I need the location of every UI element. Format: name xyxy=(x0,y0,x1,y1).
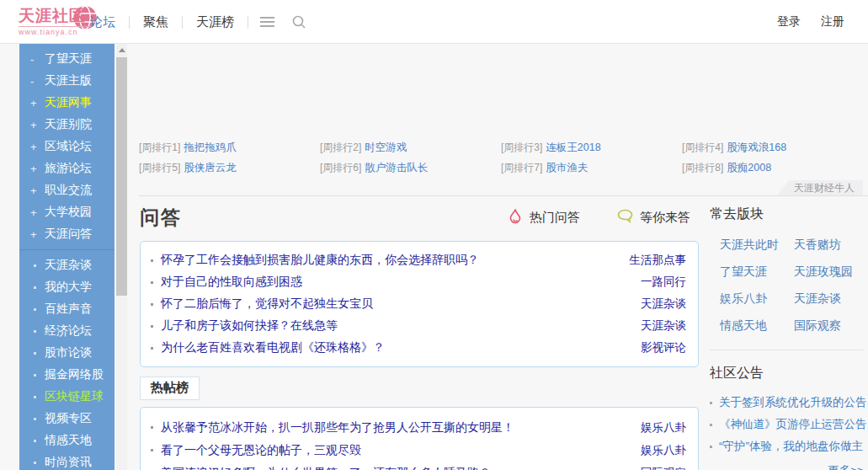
board-link[interactable]: 天涯共此时 xyxy=(720,238,794,253)
sidebar-item[interactable]: 百姓声音 xyxy=(19,298,114,320)
logo-title: 天涯社区 xyxy=(19,7,91,25)
scroll-up-button[interactable] xyxy=(116,44,127,56)
board-link[interactable]: 娱乐八卦 xyxy=(720,291,794,307)
ranking-entry: [周排行3]连板王2018 xyxy=(501,137,682,158)
sidebar-item[interactable]: +天涯别院 xyxy=(19,114,114,136)
ranking-link[interactable]: 股海戏浪168 xyxy=(727,142,786,153)
sidebar-item-highlighted[interactable]: 区块链星球 xyxy=(19,386,114,408)
announcement-link[interactable]: 关于签到系统优化升级的公告 xyxy=(719,395,867,410)
logo-subtitle: www.tianya.cn xyxy=(19,26,91,36)
menu-icon[interactable] xyxy=(260,13,274,30)
frequent-boards-title: 常去版块 xyxy=(710,206,864,223)
sidebar-item[interactable]: 我的大学 xyxy=(19,276,114,298)
board-link[interactable]: 天香赌坊 xyxy=(794,238,864,253)
sidebar-scrollbar[interactable] xyxy=(116,44,127,470)
board-tag[interactable]: 娱乐八卦 xyxy=(641,420,686,435)
announcement-row: “守护”体验，我的地盘你做主 xyxy=(710,435,864,457)
question-row: 儿子和房子该如何抉择？在线急等天涯杂谈 xyxy=(151,315,686,337)
ranking-entry: [周排行7]股市渔夫 xyxy=(501,158,682,178)
sidebar-item[interactable]: +职业交流 xyxy=(19,179,114,201)
sidebar-item[interactable]: 时尚资讯 xyxy=(19,451,114,470)
nav-item-focus[interactable]: 聚焦 xyxy=(141,11,170,34)
question-link[interactable]: 儿子和房子该如何抉择？在线急等 xyxy=(161,318,631,334)
question-row: 对于自己的性取向感到困惑一路同行 xyxy=(151,271,686,293)
site-logo[interactable]: 天涯社区 www.tianya.cn xyxy=(19,7,91,36)
ranking-entry: [周排行6]散户游击队长 xyxy=(320,158,501,178)
question-row: 怀孕了工作会接触到损害胎儿健康的东西，你会选择辞职吗？生活那点事 xyxy=(151,249,686,271)
board-tag[interactable]: 国际观察 xyxy=(641,466,686,470)
sidebar-item[interactable]: +旅游论坛 xyxy=(19,158,114,179)
post-link[interactable]: 从张馨予范冰冰开始，扒一扒那些年为了抢男人公开互撕的女明星！ xyxy=(161,420,631,435)
question-link[interactable]: 怀了二胎后悔了，觉得对不起独生女宝贝 xyxy=(161,296,631,312)
ranking-link[interactable]: 股侠唐云龙 xyxy=(184,162,237,174)
announcement-row: 关于签到系统优化升级的公告 xyxy=(710,392,864,414)
sidebar-item[interactable]: +天涯问答 xyxy=(19,223,114,245)
board-tag[interactable]: 一路同行 xyxy=(641,275,686,290)
bullet-icon xyxy=(34,418,36,420)
nav-item-forum[interactable]: 论坛 xyxy=(88,11,117,34)
scrollbar-thumb[interactable] xyxy=(116,57,127,296)
board-tag[interactable]: 天涯杂谈 xyxy=(641,296,686,312)
login-link[interactable]: 登录 xyxy=(777,14,801,29)
sidebar-item[interactable]: +区域论坛 xyxy=(19,136,114,158)
sidebar-item[interactable]: -了望天涯 xyxy=(19,48,114,70)
hot-posts-tab[interactable]: 热帖榜 xyxy=(140,377,200,400)
ranking-link[interactable]: 散户游击队长 xyxy=(365,162,428,174)
sidebar-item[interactable]: 掘金网络股 xyxy=(19,364,114,386)
bullet-icon xyxy=(151,325,153,328)
ranking-row: [周排行1]拖把拖鸡爪 [周排行2]时空游戏 [周排行3]连板王2018 [周排… xyxy=(139,137,868,158)
sidebar-item[interactable]: +大学校园 xyxy=(19,201,114,223)
bullet-icon xyxy=(151,259,153,262)
sidebar-item[interactable]: 经济论坛 xyxy=(19,320,114,342)
sidebar-divider xyxy=(19,249,114,250)
bullet-icon xyxy=(710,446,712,448)
bullet-icon xyxy=(34,396,36,398)
ranking-link[interactable]: 股市渔夫 xyxy=(546,162,588,174)
question-link[interactable]: 为什么老百姓喜欢看电视剧《还珠格格》？ xyxy=(161,340,631,355)
board-tag[interactable]: 娱乐八卦 xyxy=(641,443,686,458)
main-column: 问答 热门问答 等你来答 怀孕了工作会接触到损害胎儿健康的东西，你会选择辞职吗？… xyxy=(140,200,699,470)
sidebar-item[interactable]: 情感天地 xyxy=(19,430,114,451)
board-link[interactable]: 国际观察 xyxy=(794,318,864,334)
announcement-link[interactable]: 《神仙道》页游停止运营公告 xyxy=(719,417,867,432)
post-row: 看了一个父母无恩论的帖子，三观尽毁娱乐八卦 xyxy=(151,439,686,462)
weekly-ranking-section: [周排行1]拖把拖鸡爪 [周排行2]时空游戏 [周排行3]连板王2018 [周排… xyxy=(139,137,868,196)
nav-separator xyxy=(129,16,130,29)
ranking-entry: [周排行8]股痴2008 xyxy=(682,158,863,178)
sidebar-item[interactable]: -天涯主版 xyxy=(19,70,114,92)
board-link[interactable]: 情感天地 xyxy=(720,318,794,334)
post-link[interactable]: 看了一个父母无恩论的帖子，三观尽毁 xyxy=(161,443,631,458)
waiting-qa-filter[interactable]: 等你来答 xyxy=(617,209,690,227)
hot-qa-filter[interactable]: 热门问答 xyxy=(508,208,580,228)
sidebar-item[interactable]: 天涯杂谈 xyxy=(19,254,114,276)
board-link[interactable]: 天涯玫瑰园 xyxy=(794,264,864,280)
board-tag[interactable]: 生活那点事 xyxy=(630,253,687,268)
nav-separator xyxy=(182,16,183,29)
nav-item-ranking[interactable]: 天涯榜 xyxy=(194,11,236,34)
register-link[interactable]: 注册 xyxy=(821,14,844,29)
ranking-link[interactable]: 连板王2018 xyxy=(546,142,600,153)
board-tag[interactable]: 天涯杂谈 xyxy=(641,318,686,334)
search-icon[interactable] xyxy=(291,14,306,29)
ranking-link[interactable]: 股痴2008 xyxy=(727,162,771,174)
more-announcements-link[interactable]: 更多>> xyxy=(710,463,864,470)
ranking-row: [周排行5]股侠唐云龙 [周排行6]散户游击队长 [周排行7]股市渔夫 [周排行… xyxy=(139,158,868,178)
ranking-link[interactable]: 时空游戏 xyxy=(365,142,407,153)
ranking-link[interactable]: 拖把拖鸡爪 xyxy=(184,142,237,153)
announcement-link[interactable]: “守护”体验，我的地盘你做主 xyxy=(719,439,863,454)
post-link[interactable]: 美国流浪汉好多啊，为什么世界第一了，还有那么多人睡马路？ xyxy=(161,466,631,470)
question-link[interactable]: 对于自己的性取向感到困惑 xyxy=(161,275,631,290)
sidebar-item-active[interactable]: +天涯网事 xyxy=(19,92,114,114)
sidebar-item[interactable]: 股市论谈 xyxy=(19,342,114,364)
post-row: 美国流浪汉好多啊，为什么世界第一了，还有那么多人睡马路？国际观察 xyxy=(151,462,686,470)
question-link[interactable]: 怀孕了工作会接触到损害胎儿健康的东西，你会选择辞职吗？ xyxy=(161,253,620,268)
board-tag[interactable]: 影视评论 xyxy=(641,340,686,355)
bullet-icon xyxy=(34,330,36,333)
ranking-entry: [周排行2]时空游戏 xyxy=(320,137,501,158)
announcement-list: 关于签到系统优化升级的公告 《神仙道》页游停止运营公告 “守护”体验，我的地盘你… xyxy=(710,392,864,457)
board-link[interactable]: 天涯杂谈 xyxy=(794,291,864,307)
sidebar-item[interactable]: 视频专区 xyxy=(19,408,114,430)
finance-expert-tab[interactable]: 天涯财经牛人 xyxy=(777,180,863,195)
bullet-icon xyxy=(34,374,36,377)
board-link[interactable]: 了望天涯 xyxy=(720,264,794,280)
